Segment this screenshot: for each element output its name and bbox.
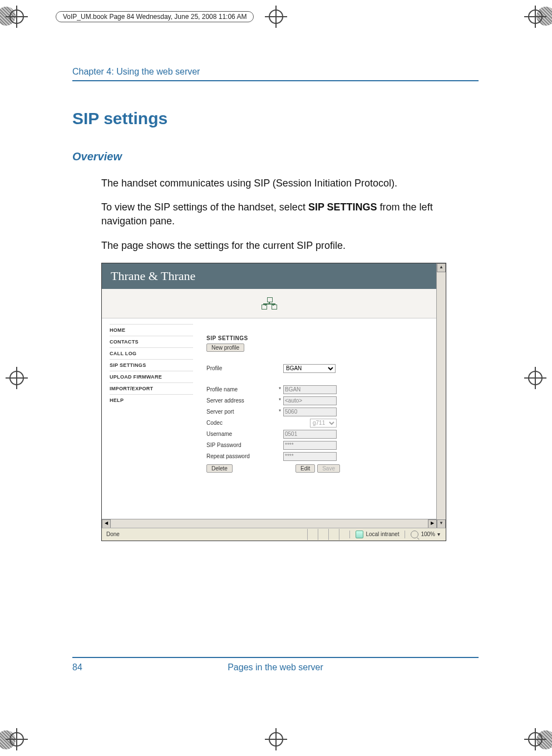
paragraph-bold: SIP SETTINGS (308, 202, 377, 213)
zone-label: Local intranet (366, 531, 399, 537)
server-port-label: Server port (206, 409, 273, 415)
paragraph: To view the SIP settings of the handset,… (101, 200, 479, 228)
server-address-input[interactable] (283, 396, 337, 405)
crop-mark-icon (265, 728, 287, 750)
nav-item-upload-firmware[interactable]: UPLOAD FIRMWARE (110, 371, 193, 382)
section-heading: Overview (72, 150, 479, 163)
horizontal-scrollbar[interactable]: ◀ ▶ (102, 519, 437, 528)
server-address-label: Server address (206, 397, 273, 404)
brand-header: Thrane & Thrane (102, 263, 437, 289)
edit-button[interactable]: Edit (295, 464, 315, 473)
codec-select[interactable]: g711 (310, 419, 337, 428)
username-label: Username (206, 431, 273, 437)
profile-select[interactable]: BGAN (283, 364, 336, 373)
status-bar: Done Local intranet 100% ▾ (102, 528, 446, 541)
new-profile-button[interactable]: New profile (206, 343, 244, 352)
intranet-icon (356, 531, 363, 538)
paragraph: The handset communicates using SIP (Sess… (101, 176, 479, 190)
nav-item-sip-settings[interactable]: SIP SETTINGS (110, 359, 193, 371)
codec-label: Codec (206, 420, 273, 426)
nav-item-help[interactable]: HELP (110, 394, 193, 406)
crop-mark-icon (524, 6, 546, 28)
chevron-down-icon[interactable]: ▾ (437, 531, 440, 537)
crop-mark-icon (524, 367, 546, 389)
crop-mark-icon (6, 6, 28, 28)
sidebar-nav: HOME CONTACTS CALL LOG SIP SETTINGS UPLO… (102, 318, 201, 478)
nav-item-call-log[interactable]: CALL LOG (110, 347, 193, 359)
required-star: * (273, 397, 283, 404)
profile-label: Profile (206, 365, 273, 371)
profile-name-input[interactable] (283, 385, 337, 394)
status-text: Done (102, 531, 124, 537)
save-button[interactable]: Save (317, 464, 340, 473)
vertical-scrollbar[interactable]: ▲ ▼ (436, 263, 446, 528)
required-star: * (273, 409, 283, 415)
crop-mark-icon (524, 728, 546, 750)
scroll-right-icon[interactable]: ▶ (428, 519, 437, 528)
paragraph: The page shows the settings for the curr… (101, 239, 479, 253)
zoom-value: 100% (421, 531, 435, 537)
book-meta-header: VoIP_UM.book Page 84 Wednesday, June 25,… (56, 11, 254, 22)
footer-title: Pages in the web server (106, 662, 445, 672)
sip-password-label: SIP Password (206, 442, 273, 448)
crop-mark-icon (6, 728, 28, 750)
repeat-password-label: Repeat password (206, 453, 273, 459)
required-star: * (273, 386, 283, 392)
delete-button[interactable]: Delete (206, 464, 233, 473)
nav-item-import-export[interactable]: IMPORT/EXPORT (110, 382, 193, 394)
security-zone: Local intranet (349, 531, 405, 538)
scroll-down-icon[interactable]: ▼ (437, 519, 446, 528)
zoom-icon (411, 531, 418, 538)
network-icon (262, 297, 277, 310)
page-number: 84 (72, 662, 106, 672)
chapter-title: Chapter 4: Using the web server (72, 67, 479, 81)
sip-password-input[interactable] (283, 441, 337, 450)
paragraph-text: To view the SIP settings of the handset,… (101, 202, 308, 213)
zoom-control[interactable]: 100% ▾ (405, 531, 446, 538)
scroll-left-icon[interactable]: ◀ (102, 519, 111, 528)
toolbar (102, 289, 437, 318)
nav-item-contacts[interactable]: CONTACTS (110, 336, 193, 347)
embedded-screenshot: Thrane & Thrane HOME CONTACTS CALL LOG S… (101, 263, 446, 541)
page-footer: 84 Pages in the web server (72, 657, 479, 672)
page-heading: SIP settings (72, 109, 479, 128)
repeat-password-input[interactable] (283, 452, 337, 461)
server-port-input[interactable] (283, 408, 337, 416)
profile-name-label: Profile name (206, 386, 273, 392)
crop-mark-icon (265, 6, 287, 28)
panel-title: SIP SETTINGS (206, 335, 431, 341)
crop-mark-icon (6, 367, 28, 389)
nav-item-home[interactable]: HOME (110, 324, 193, 336)
scroll-up-icon[interactable]: ▲ (437, 263, 446, 272)
main-panel: SIP SETTINGS New profile Profile BGAN Pr… (201, 318, 437, 478)
username-input[interactable] (283, 430, 337, 439)
